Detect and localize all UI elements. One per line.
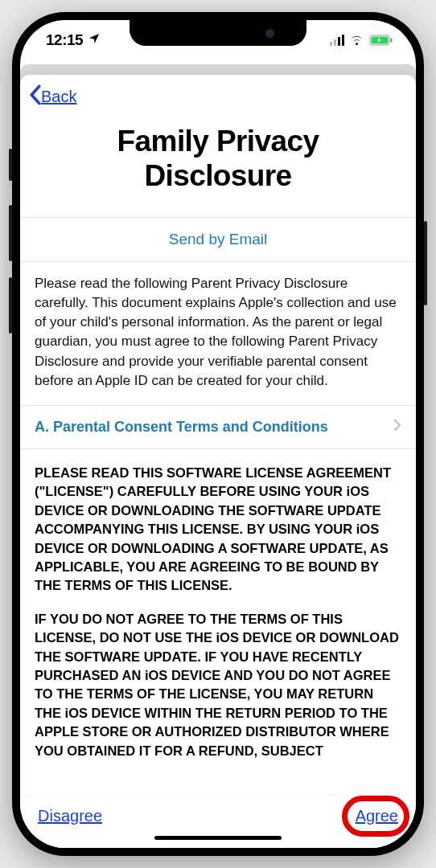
location-icon	[88, 31, 101, 49]
section-parental-consent[interactable]: A. Parental Consent Terms and Conditions	[20, 405, 416, 449]
status-time: 12:15	[46, 31, 83, 49]
screen: 12:15	[20, 20, 416, 848]
volume-down-button	[9, 277, 12, 334]
disagree-button[interactable]: Disagree	[38, 807, 102, 825]
license-paragraph-2: IF YOU DO NOT AGREE TO THE TERMS OF THIS…	[35, 610, 401, 760]
license-text[interactable]: PLEASE READ THIS SOFTWARE LICENSE AGREEM…	[20, 449, 416, 775]
chevron-right-icon	[393, 419, 401, 436]
license-paragraph-1: PLEASE READ THIS SOFTWARE LICENSE AGREEM…	[35, 464, 401, 596]
home-indicator[interactable]	[154, 836, 282, 840]
modal-sheet: Back Family Privacy Disclosure Send by E…	[20, 75, 416, 848]
phone-frame: 12:15	[12, 12, 424, 856]
battery-charging-icon	[369, 35, 393, 46]
agree-button[interactable]: Agree	[356, 807, 398, 825]
section-label: A. Parental Consent Terms and Conditions	[35, 419, 328, 436]
notch	[130, 20, 306, 46]
footer-bar: Disagree Agree	[20, 795, 416, 848]
back-label: Back	[41, 88, 76, 106]
mute-switch	[9, 149, 12, 181]
back-button[interactable]: Back	[28, 84, 76, 109]
intro-paragraph: Please read the following Parent Privacy…	[20, 262, 416, 405]
send-by-email-button[interactable]: Send by Email	[20, 217, 416, 262]
page-title: Family Privacy Disclosure	[41, 125, 395, 193]
power-button	[424, 221, 427, 305]
front-camera	[265, 29, 274, 38]
svg-rect-2	[391, 39, 393, 43]
wifi-icon	[349, 35, 364, 46]
content-area: Send by Email Please read the following …	[20, 217, 416, 795]
nav-bar: Back	[20, 75, 416, 118]
volume-up-button	[9, 205, 12, 261]
cellular-signal-icon	[330, 35, 345, 46]
